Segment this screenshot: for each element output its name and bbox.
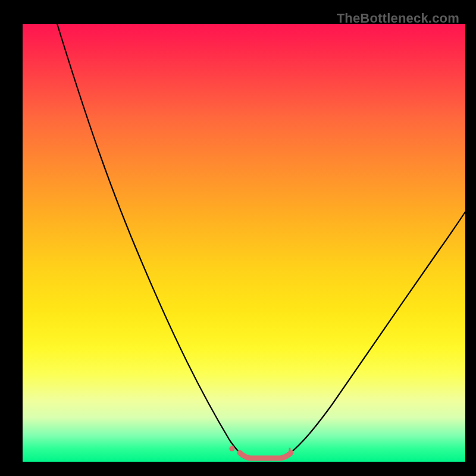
curve-right-branch [288, 212, 465, 455]
curve-layer [23, 24, 465, 462]
curve-left-branch [57, 24, 243, 455]
plot-area [23, 24, 465, 462]
optimum-segment [240, 453, 291, 458]
chart-frame: TheBottleneck.com [6, 6, 470, 470]
optimum-dot-left [229, 446, 234, 451]
watermark-text: TheBottleneck.com [337, 11, 459, 26]
